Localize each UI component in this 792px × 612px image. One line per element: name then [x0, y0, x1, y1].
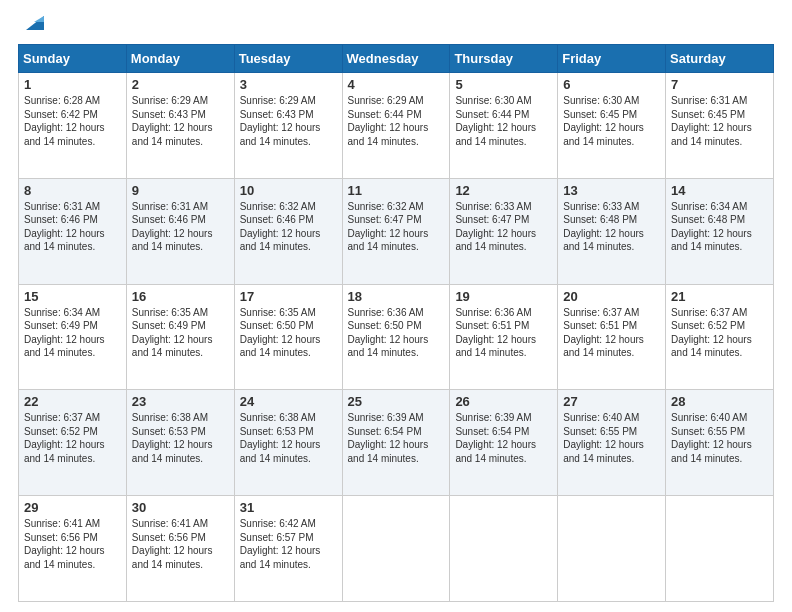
calendar-day-header: Friday [558, 45, 666, 73]
day-number: 2 [132, 77, 229, 92]
day-detail: Sunrise: 6:32 AMSunset: 6:47 PMDaylight:… [348, 201, 429, 253]
day-number: 5 [455, 77, 552, 92]
calendar-table: SundayMondayTuesdayWednesdayThursdayFrid… [18, 44, 774, 602]
calendar-day-header: Sunday [19, 45, 127, 73]
calendar-cell: 13 Sunrise: 6:33 AMSunset: 6:48 PMDaylig… [558, 178, 666, 284]
day-detail: Sunrise: 6:37 AMSunset: 6:51 PMDaylight:… [563, 307, 644, 359]
day-number: 10 [240, 183, 337, 198]
day-detail: Sunrise: 6:35 AMSunset: 6:50 PMDaylight:… [240, 307, 321, 359]
calendar-cell: 15 Sunrise: 6:34 AMSunset: 6:49 PMDaylig… [19, 284, 127, 390]
day-number: 15 [24, 289, 121, 304]
day-number: 12 [455, 183, 552, 198]
calendar-cell: 3 Sunrise: 6:29 AMSunset: 6:43 PMDayligh… [234, 73, 342, 179]
calendar-cell [666, 496, 774, 602]
day-number: 25 [348, 394, 445, 409]
day-number: 13 [563, 183, 660, 198]
calendar-cell: 10 Sunrise: 6:32 AMSunset: 6:46 PMDaylig… [234, 178, 342, 284]
calendar-cell [342, 496, 450, 602]
day-number: 16 [132, 289, 229, 304]
day-number: 20 [563, 289, 660, 304]
day-number: 19 [455, 289, 552, 304]
day-detail: Sunrise: 6:39 AMSunset: 6:54 PMDaylight:… [455, 412, 536, 464]
day-detail: Sunrise: 6:37 AMSunset: 6:52 PMDaylight:… [24, 412, 105, 464]
day-number: 23 [132, 394, 229, 409]
day-detail: Sunrise: 6:40 AMSunset: 6:55 PMDaylight:… [563, 412, 644, 464]
calendar-day-header: Wednesday [342, 45, 450, 73]
calendar-cell: 18 Sunrise: 6:36 AMSunset: 6:50 PMDaylig… [342, 284, 450, 390]
day-detail: Sunrise: 6:41 AMSunset: 6:56 PMDaylight:… [132, 518, 213, 570]
calendar-cell: 21 Sunrise: 6:37 AMSunset: 6:52 PMDaylig… [666, 284, 774, 390]
calendar-cell: 20 Sunrise: 6:37 AMSunset: 6:51 PMDaylig… [558, 284, 666, 390]
calendar-week-row: 1 Sunrise: 6:28 AMSunset: 6:42 PMDayligh… [19, 73, 774, 179]
day-number: 21 [671, 289, 768, 304]
calendar-day-header: Saturday [666, 45, 774, 73]
calendar-cell [558, 496, 666, 602]
calendar-cell: 16 Sunrise: 6:35 AMSunset: 6:49 PMDaylig… [126, 284, 234, 390]
calendar-cell: 23 Sunrise: 6:38 AMSunset: 6:53 PMDaylig… [126, 390, 234, 496]
day-number: 22 [24, 394, 121, 409]
day-detail: Sunrise: 6:31 AMSunset: 6:46 PMDaylight:… [24, 201, 105, 253]
day-detail: Sunrise: 6:33 AMSunset: 6:48 PMDaylight:… [563, 201, 644, 253]
day-detail: Sunrise: 6:31 AMSunset: 6:46 PMDaylight:… [132, 201, 213, 253]
day-number: 3 [240, 77, 337, 92]
day-detail: Sunrise: 6:42 AMSunset: 6:57 PMDaylight:… [240, 518, 321, 570]
svg-marker-1 [34, 16, 44, 22]
day-number: 17 [240, 289, 337, 304]
day-number: 6 [563, 77, 660, 92]
calendar-cell: 6 Sunrise: 6:30 AMSunset: 6:45 PMDayligh… [558, 73, 666, 179]
calendar-cell: 8 Sunrise: 6:31 AMSunset: 6:46 PMDayligh… [19, 178, 127, 284]
day-detail: Sunrise: 6:35 AMSunset: 6:49 PMDaylight:… [132, 307, 213, 359]
day-number: 4 [348, 77, 445, 92]
day-detail: Sunrise: 6:29 AMSunset: 6:44 PMDaylight:… [348, 95, 429, 147]
day-detail: Sunrise: 6:33 AMSunset: 6:47 PMDaylight:… [455, 201, 536, 253]
day-number: 1 [24, 77, 121, 92]
calendar-cell: 7 Sunrise: 6:31 AMSunset: 6:45 PMDayligh… [666, 73, 774, 179]
day-detail: Sunrise: 6:36 AMSunset: 6:50 PMDaylight:… [348, 307, 429, 359]
day-number: 29 [24, 500, 121, 515]
day-detail: Sunrise: 6:28 AMSunset: 6:42 PMDaylight:… [24, 95, 105, 147]
day-number: 31 [240, 500, 337, 515]
calendar-day-header: Monday [126, 45, 234, 73]
day-detail: Sunrise: 6:32 AMSunset: 6:46 PMDaylight:… [240, 201, 321, 253]
calendar-header-row: SundayMondayTuesdayWednesdayThursdayFrid… [19, 45, 774, 73]
calendar-cell: 12 Sunrise: 6:33 AMSunset: 6:47 PMDaylig… [450, 178, 558, 284]
calendar-cell: 22 Sunrise: 6:37 AMSunset: 6:52 PMDaylig… [19, 390, 127, 496]
calendar-week-row: 15 Sunrise: 6:34 AMSunset: 6:49 PMDaylig… [19, 284, 774, 390]
day-number: 14 [671, 183, 768, 198]
day-detail: Sunrise: 6:30 AMSunset: 6:45 PMDaylight:… [563, 95, 644, 147]
day-detail: Sunrise: 6:29 AMSunset: 6:43 PMDaylight:… [240, 95, 321, 147]
calendar-cell [450, 496, 558, 602]
logo [18, 18, 48, 34]
day-number: 26 [455, 394, 552, 409]
day-detail: Sunrise: 6:31 AMSunset: 6:45 PMDaylight:… [671, 95, 752, 147]
day-number: 27 [563, 394, 660, 409]
calendar-cell: 2 Sunrise: 6:29 AMSunset: 6:43 PMDayligh… [126, 73, 234, 179]
day-number: 9 [132, 183, 229, 198]
calendar-cell: 14 Sunrise: 6:34 AMSunset: 6:48 PMDaylig… [666, 178, 774, 284]
calendar-cell: 11 Sunrise: 6:32 AMSunset: 6:47 PMDaylig… [342, 178, 450, 284]
calendar-cell: 4 Sunrise: 6:29 AMSunset: 6:44 PMDayligh… [342, 73, 450, 179]
calendar-cell: 24 Sunrise: 6:38 AMSunset: 6:53 PMDaylig… [234, 390, 342, 496]
calendar-cell: 1 Sunrise: 6:28 AMSunset: 6:42 PMDayligh… [19, 73, 127, 179]
day-detail: Sunrise: 6:29 AMSunset: 6:43 PMDaylight:… [132, 95, 213, 147]
day-detail: Sunrise: 6:30 AMSunset: 6:44 PMDaylight:… [455, 95, 536, 147]
calendar-cell: 30 Sunrise: 6:41 AMSunset: 6:56 PMDaylig… [126, 496, 234, 602]
day-number: 11 [348, 183, 445, 198]
day-detail: Sunrise: 6:36 AMSunset: 6:51 PMDaylight:… [455, 307, 536, 359]
day-number: 7 [671, 77, 768, 92]
calendar-week-row: 29 Sunrise: 6:41 AMSunset: 6:56 PMDaylig… [19, 496, 774, 602]
day-detail: Sunrise: 6:34 AMSunset: 6:49 PMDaylight:… [24, 307, 105, 359]
day-detail: Sunrise: 6:41 AMSunset: 6:56 PMDaylight:… [24, 518, 105, 570]
calendar-cell: 27 Sunrise: 6:40 AMSunset: 6:55 PMDaylig… [558, 390, 666, 496]
day-detail: Sunrise: 6:40 AMSunset: 6:55 PMDaylight:… [671, 412, 752, 464]
day-detail: Sunrise: 6:38 AMSunset: 6:53 PMDaylight:… [132, 412, 213, 464]
calendar-cell: 9 Sunrise: 6:31 AMSunset: 6:46 PMDayligh… [126, 178, 234, 284]
calendar-cell: 5 Sunrise: 6:30 AMSunset: 6:44 PMDayligh… [450, 73, 558, 179]
day-detail: Sunrise: 6:38 AMSunset: 6:53 PMDaylight:… [240, 412, 321, 464]
calendar-cell: 31 Sunrise: 6:42 AMSunset: 6:57 PMDaylig… [234, 496, 342, 602]
calendar-week-row: 22 Sunrise: 6:37 AMSunset: 6:52 PMDaylig… [19, 390, 774, 496]
page: SundayMondayTuesdayWednesdayThursdayFrid… [0, 0, 792, 612]
calendar-cell: 29 Sunrise: 6:41 AMSunset: 6:56 PMDaylig… [19, 496, 127, 602]
header [18, 18, 774, 34]
calendar-week-row: 8 Sunrise: 6:31 AMSunset: 6:46 PMDayligh… [19, 178, 774, 284]
